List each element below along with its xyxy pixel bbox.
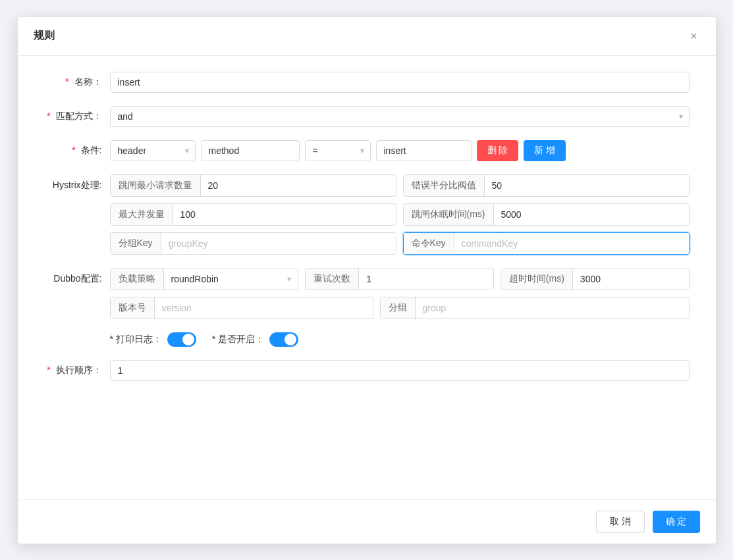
max-concurrent-group: 最大并发量: [110, 203, 396, 226]
timeout-label: 超时时间(ms): [501, 268, 573, 290]
version-input[interactable]: [155, 298, 373, 318]
max-concurrent-label: 最大并发量: [111, 204, 173, 225]
hystrix-label: Hystrix处理:: [44, 174, 110, 191]
enable-container: * 是否开启：: [212, 332, 298, 347]
match-mode-row: * 匹配方式： and or ▾: [44, 106, 690, 127]
sleep-time-label: 跳闸休眠时间(ms): [404, 204, 494, 225]
order-input[interactable]: [110, 360, 690, 381]
max-concurrent-input[interactable]: [173, 205, 396, 224]
close-button[interactable]: ×: [688, 28, 700, 45]
command-key-group: 命令Key: [403, 232, 690, 255]
dialog-body: * 名称： * 匹配方式： and or ▾ * 条件:: [18, 56, 716, 499]
hystrix-content: 跳闸最小请求数量 错误半分比阀值 最大并发量 跳闸休眠时间(ms): [110, 174, 690, 255]
group-key-input[interactable]: [161, 234, 396, 253]
lb-select-wrapper: roundRobin random leastActive ▾: [164, 269, 298, 289]
hystrix-row: Hystrix处理: 跳闸最小请求数量 错误半分比阀值 最大并发量: [44, 174, 690, 255]
dialog: 规则 × * 名称： * 匹配方式： and or ▾: [18, 17, 716, 544]
delete-button[interactable]: 删 除: [477, 140, 519, 161]
condition-inputs: header method path ip ▾ = != contains ▾: [110, 140, 690, 161]
min-request-label: 跳闸最小请求数量: [111, 175, 201, 196]
hystrix-row-3: 分组Key 命令Key: [110, 232, 690, 255]
error-ratio-label: 错误半分比阀值: [404, 175, 485, 196]
name-row: * 名称：: [44, 72, 690, 93]
order-label: * 执行顺序：: [44, 365, 110, 376]
group-key-label: 分组Key: [111, 233, 161, 254]
sleep-time-group: 跳闸休眠时间(ms): [403, 203, 690, 226]
dubbo-row-2: 版本号 分组: [110, 297, 690, 319]
condition-eq-wrapper: = != contains ▾: [305, 140, 371, 161]
toggle-row: * 打印日志： * 是否开启：: [44, 332, 690, 347]
dubbo-content: 负载策略 roundRobin random leastActive ▾ 重试次…: [110, 268, 690, 319]
enable-toggle[interactable]: [269, 332, 298, 347]
lb-select[interactable]: roundRobin random leastActive: [164, 269, 298, 289]
match-select[interactable]: and or: [110, 106, 690, 127]
min-request-input[interactable]: [201, 176, 396, 195]
print-log-label: * 打印日志：: [110, 334, 162, 345]
retry-label: 重试次数: [306, 268, 359, 290]
condition-required-star: *: [72, 145, 75, 155]
min-request-group: 跳闸最小请求数量: [110, 174, 396, 197]
error-ratio-group: 错误半分比阀值: [403, 174, 690, 197]
group-key-group: 分组Key: [110, 232, 396, 255]
group-label: 分组: [381, 297, 416, 318]
condition-value-input[interactable]: [376, 140, 472, 161]
hystrix-row-2: 最大并发量 跳闸休眠时间(ms): [110, 203, 690, 226]
dubbo-row-1: 负载策略 roundRobin random leastActive ▾ 重试次…: [110, 268, 690, 290]
dubbo-label: Dubbo配置:: [44, 268, 110, 285]
order-row: * 执行顺序：: [44, 360, 690, 381]
hystrix-row-1: 跳闸最小请求数量 错误半分比阀值: [110, 174, 690, 197]
command-key-label: 命令Key: [404, 233, 454, 254]
match-select-wrapper: and or ▾: [110, 106, 690, 127]
cancel-button[interactable]: 取 消: [596, 511, 645, 533]
dialog-title: 规则: [34, 29, 55, 43]
retry-group: 重试次数: [305, 268, 494, 290]
error-ratio-input[interactable]: [485, 176, 689, 195]
dialog-footer: 取 消 确 定: [18, 499, 716, 544]
command-key-input[interactable]: [454, 234, 689, 253]
timeout-input[interactable]: [573, 269, 690, 289]
group-input[interactable]: [416, 298, 689, 318]
match-label: * 匹配方式：: [44, 111, 110, 122]
print-log-toggle[interactable]: [167, 332, 196, 347]
add-button[interactable]: 新 增: [524, 140, 566, 161]
lb-group: 负载策略 roundRobin random leastActive ▾: [110, 268, 299, 290]
timeout-group: 超时时间(ms): [501, 268, 690, 290]
name-input[interactable]: [110, 72, 690, 93]
toggle-group: * 打印日志： * 是否开启：: [110, 332, 299, 347]
print-log-container: * 打印日志：: [110, 332, 196, 347]
name-label: * 名称：: [44, 76, 110, 88]
lb-label: 负载策略: [111, 268, 164, 290]
condition-row: * 条件: header method path ip ▾ =: [44, 140, 690, 161]
match-required-star: *: [47, 111, 50, 121]
retry-input[interactable]: [359, 269, 493, 289]
dubbo-row: Dubbo配置: 负载策略 roundRobin random leastAct…: [44, 268, 690, 319]
condition-eq-select[interactable]: = != contains: [305, 140, 371, 161]
confirm-button[interactable]: 确 定: [653, 511, 700, 533]
condition-label: * 条件:: [44, 145, 110, 157]
condition-type-wrapper: header method path ip ▾: [110, 140, 196, 161]
group-group: 分组: [380, 297, 690, 319]
sleep-time-input[interactable]: [494, 205, 689, 224]
name-required-star: *: [65, 76, 68, 87]
condition-type-select[interactable]: header method path ip: [110, 140, 196, 161]
version-group: 版本号: [110, 297, 373, 319]
enable-label: * 是否开启：: [212, 334, 264, 345]
order-required-star: *: [47, 365, 50, 375]
version-label: 版本号: [111, 297, 155, 318]
condition-key-input[interactable]: [201, 140, 300, 161]
dialog-header: 规则 ×: [18, 17, 716, 56]
